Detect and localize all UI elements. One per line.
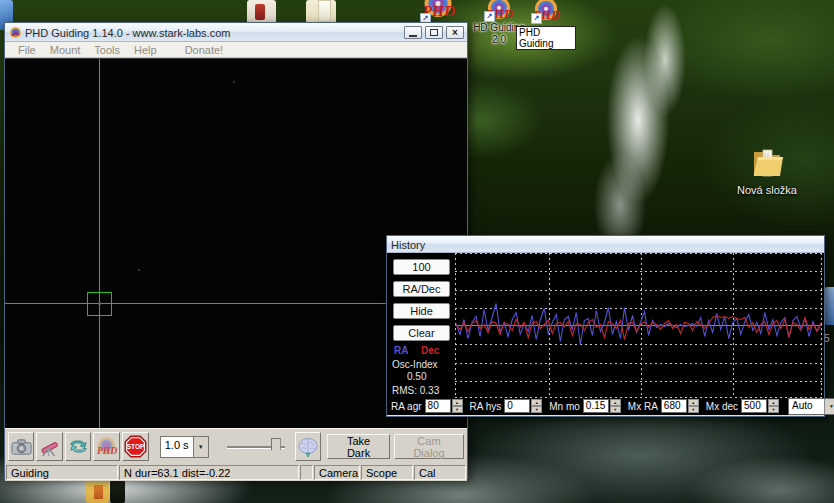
- clear-button[interactable]: Clear: [393, 325, 450, 341]
- exposure-duration-select[interactable]: 1.0 s ▼: [160, 436, 209, 458]
- ra-agr-label: RA agr: [391, 401, 422, 412]
- mx-dec-spinner: ▲ ▼: [768, 399, 779, 413]
- guide-history-graph: [455, 253, 822, 398]
- svg-text:STOP: STOP: [127, 443, 145, 450]
- close-button[interactable]: ×: [446, 26, 464, 39]
- faint-star: [233, 81, 235, 83]
- dec-guide-mode-value: Auto: [789, 399, 824, 414]
- spin-down-icon[interactable]: ▼: [610, 406, 621, 413]
- spin-up-icon[interactable]: ▲: [452, 399, 463, 406]
- exposure-duration-value: 1.0 s: [161, 437, 193, 457]
- faint-star: [138, 269, 140, 271]
- mx-ra-label: Mx RA: [628, 401, 658, 412]
- ra-hys-input[interactable]: 0: [504, 399, 530, 413]
- brain-icon: [296, 435, 320, 459]
- menu-tools[interactable]: Tools: [87, 44, 127, 56]
- desktop-folder-nova-slozka[interactable]: Nová složka: [722, 146, 812, 198]
- stop-sign-icon: STOP: [123, 434, 148, 459]
- minimize-button[interactable]: [404, 26, 422, 39]
- status-blank: [300, 465, 313, 480]
- slider-thumb[interactable]: [271, 438, 281, 455]
- main-titlebar[interactable]: PHD Guiding 1.14.0 - www.stark-labs.com …: [5, 23, 467, 42]
- spin-up-icon[interactable]: ▲: [688, 399, 699, 406]
- ra-agr-input[interactable]: 80: [425, 399, 451, 413]
- status-cal: Cal: [414, 465, 466, 480]
- chevron-down-icon[interactable]: ▼: [193, 437, 208, 457]
- history-window: History 100 RA/Dec Hide Clear RA Dec Osc…: [386, 235, 825, 417]
- legend-dec: Dec: [421, 345, 439, 356]
- trace-ra: [456, 304, 821, 345]
- parameter-row: RA agr 80 ▲ ▼ RA hys 0 ▲ ▼ Mn mo 0.15 ▲ …: [387, 398, 824, 414]
- partial-icon-detail: [255, 4, 265, 20]
- status-guide-info: N dur=63.1 dist=-0.22: [119, 465, 299, 480]
- cam-dialog-button[interactable]: Cam Dialog: [394, 434, 464, 459]
- shortcut-arrow-icon: ↗: [484, 11, 495, 22]
- loop-exposures-button[interactable]: [65, 432, 91, 461]
- partial-icon-right[interactable]: [825, 287, 834, 325]
- minimize-icon: [409, 35, 417, 37]
- desktop: PHD ↗ PHD ↗ HD Guiding 2.0: [0, 0, 834, 503]
- osc-index-label: Osc-Index: [392, 359, 438, 370]
- gamma-slider[interactable]: [227, 437, 285, 457]
- close-icon: ×: [452, 28, 458, 38]
- shortcut-label-selected[interactable]: PHD Guiding: [516, 26, 576, 50]
- mn-mo-spinner: ▲ ▼: [610, 399, 621, 413]
- desktop-shortcut-phd-partial[interactable]: PHD ↗: [420, 0, 456, 24]
- spin-down-icon[interactable]: ▼: [452, 406, 463, 413]
- partial-icon-top-1[interactable]: [247, 0, 276, 24]
- camera-connect-button[interactable]: [8, 432, 34, 461]
- mx-ra-spinner: ▲ ▼: [688, 399, 699, 413]
- partial-icon-detail: [94, 485, 103, 499]
- svg-text:PHD: PHD: [97, 445, 117, 456]
- take-dark-button[interactable]: Take Dark: [327, 434, 390, 459]
- guide-button[interactable]: PHD: [93, 432, 119, 461]
- partial-icon-top-2[interactable]: [306, 0, 336, 24]
- camera-icon: [10, 435, 33, 458]
- legend-ra: RA: [394, 345, 408, 356]
- spin-up-icon[interactable]: ▲: [531, 399, 542, 406]
- spin-up-icon[interactable]: ▲: [768, 399, 779, 406]
- spin-up-icon[interactable]: ▲: [610, 399, 621, 406]
- menu-donate[interactable]: Donate!: [178, 44, 231, 56]
- phd-logo-icon: PHD: [95, 435, 118, 458]
- toolbar: PHD STOP 1.0 s ▼: [5, 428, 467, 464]
- scope-connect-button[interactable]: [36, 432, 62, 461]
- menu-bar: File Mount Tools Help Donate!: [5, 42, 467, 58]
- window-title: PHD Guiding 1.14.0 - www.stark-labs.com: [25, 27, 401, 39]
- guide-star: [98, 302, 101, 305]
- history-titlebar[interactable]: History: [387, 236, 824, 253]
- mn-mo-input[interactable]: 0.15: [583, 399, 609, 413]
- spin-down-icon[interactable]: ▼: [768, 406, 779, 413]
- ra-hys-spinner: ▲ ▼: [531, 399, 542, 413]
- desktop-shortcut-phd[interactable]: PHD ↗ PHD Guiding: [516, 0, 576, 46]
- mx-dec-label: Mx dec: [706, 401, 738, 412]
- spin-down-icon[interactable]: ▼: [531, 406, 542, 413]
- loop-arrows-icon: [67, 435, 90, 458]
- stop-button[interactable]: STOP: [122, 432, 149, 461]
- status-bar: Guiding N dur=63.1 dist=-0.22 Camera Sco…: [5, 464, 467, 481]
- status-camera: Camera: [314, 465, 360, 480]
- maximize-button[interactable]: [425, 26, 443, 39]
- menu-mount[interactable]: Mount: [43, 44, 88, 56]
- crosshair-vertical: [99, 59, 100, 428]
- history-title: History: [391, 239, 821, 251]
- spin-down-icon[interactable]: ▼: [688, 406, 699, 413]
- menu-help[interactable]: Help: [127, 44, 164, 56]
- advanced-settings-button[interactable]: [295, 432, 321, 461]
- history-body: 100 RA/Dec Hide Clear RA Dec Osc-Index 0…: [387, 253, 824, 415]
- chevron-down-icon[interactable]: ▼: [824, 399, 834, 414]
- mx-ra-input[interactable]: 680: [661, 399, 687, 413]
- radec-toggle-button[interactable]: RA/Dec: [393, 281, 450, 297]
- folder-icon: [747, 146, 787, 180]
- menu-file[interactable]: File: [11, 44, 43, 56]
- hide-button[interactable]: Hide: [393, 303, 450, 319]
- history-length-button[interactable]: 100: [393, 259, 450, 275]
- osc-index-value: 0.50: [407, 371, 426, 382]
- ra-agr-spinner: ▲ ▼: [452, 399, 463, 413]
- telescope-icon: [38, 435, 61, 458]
- mx-dec-input[interactable]: 500: [741, 399, 767, 413]
- app-icon: [9, 26, 22, 39]
- shortcut-arrow-icon: ↗: [531, 13, 542, 24]
- dec-guide-mode-select[interactable]: Auto ▼: [788, 398, 834, 415]
- folder-label: Nová složka: [722, 184, 812, 196]
